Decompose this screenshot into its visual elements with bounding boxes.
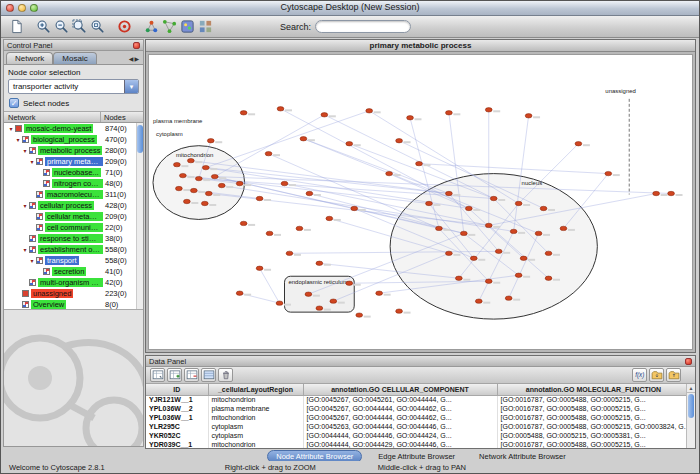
tree-item-cellular-metabo[interactable]: cellular metabo...209(0) (4, 211, 143, 222)
network-node[interactable] (281, 181, 288, 185)
network-node[interactable] (446, 111, 453, 115)
column-header[interactable]: annotation.GO CELLULAR_COMPONENT (303, 384, 497, 395)
network-node[interactable] (485, 108, 492, 112)
network-node[interactable] (296, 226, 303, 230)
network-node[interactable] (207, 139, 214, 143)
tree-item-unassigned[interactable]: unassigned223(0) (4, 288, 143, 299)
network-node[interactable] (495, 249, 502, 253)
network-node[interactable] (426, 201, 433, 205)
network-node[interactable] (575, 142, 582, 146)
tree-item-cell-communica[interactable]: cell communica...22(0) (4, 222, 143, 233)
expand-arrow-icon[interactable]: ▾ (7, 125, 15, 132)
tree-item-nitrogen-compo[interactable]: nitrogen compo...48(0) (4, 178, 143, 189)
network-node[interactable] (256, 196, 263, 200)
network-edge[interactable] (260, 268, 280, 303)
trash-icon[interactable] (218, 368, 233, 382)
network-node[interactable] (218, 183, 225, 187)
network-node[interactable] (376, 291, 383, 295)
control-panel-close-icon[interactable] (133, 42, 140, 49)
export-attributes-icon[interactable] (666, 368, 681, 382)
network-node[interactable] (201, 201, 208, 205)
tree-item-response-to-stimul[interactable]: response to stimul...38(0) (4, 233, 143, 244)
network-edge[interactable] (206, 111, 369, 168)
table-row[interactable]: YJR121W__1mitochondrion[GO:0045267, GO:0… (146, 395, 690, 404)
network-node[interactable] (436, 226, 443, 230)
function-builder-icon[interactable]: f(x) (632, 368, 647, 382)
network-node[interactable] (505, 296, 512, 300)
table-row[interactable]: YKR052Ccytoplasm[GO:0044444, GO:0044446,… (146, 431, 690, 440)
network-node[interactable] (560, 226, 567, 230)
network-node[interactable] (668, 191, 675, 195)
plugins-icon[interactable] (196, 18, 214, 36)
tree-item-overview[interactable]: Overview8(0) (4, 299, 143, 310)
network-node[interactable] (265, 151, 272, 155)
network-node[interactable] (386, 171, 393, 175)
network-node[interactable] (179, 173, 186, 177)
network-node[interactable] (351, 206, 358, 210)
tab-scroll-arrows[interactable]: ◀▶ (129, 55, 143, 64)
network-node[interactable] (236, 291, 243, 295)
network-node[interactable] (316, 306, 323, 310)
layout-icon[interactable] (160, 18, 178, 36)
network-node[interactable] (465, 206, 472, 210)
network-canvas[interactable]: plasma membranecytoplasmmitochondrionnuc… (148, 54, 693, 350)
new-attribute-icon[interactable] (167, 368, 182, 382)
annotation-icon[interactable] (142, 18, 160, 36)
data-panel-close-icon[interactable] (685, 358, 692, 365)
network-edge[interactable] (269, 154, 439, 229)
network-node[interactable] (605, 171, 612, 175)
zoom-fit-icon[interactable] (88, 18, 106, 36)
network-node[interactable] (305, 292, 312, 296)
network-node[interactable] (190, 188, 197, 192)
tree-item-metabolic-process[interactable]: ▾metabolic process280(0) (4, 145, 143, 156)
network-node[interactable] (396, 139, 403, 143)
table-row[interactable]: YPL036W__2plasma membrane[GO:0045267, GO… (146, 404, 690, 413)
node-color-dropdown[interactable]: transporter activity ▼ (8, 79, 139, 94)
network-overview-icon[interactable] (115, 18, 133, 36)
network-node[interactable] (356, 313, 363, 317)
network-node[interactable] (446, 191, 453, 195)
expand-arrow-icon[interactable]: ▾ (14, 136, 22, 143)
tree-item-secretion[interactable]: secretion41(0) (4, 266, 143, 277)
tree-item-transport[interactable]: ▾transport558(0) (4, 255, 143, 266)
network-node[interactable] (195, 176, 202, 180)
network-node[interactable] (240, 221, 247, 225)
network-node[interactable] (174, 162, 181, 166)
network-node[interactable] (205, 191, 212, 195)
tree-item-biological-process[interactable]: ▾biological_process470(0) (4, 134, 143, 145)
new-document-icon[interactable] (7, 18, 25, 36)
table-scrollbar-thumb[interactable] (688, 394, 694, 418)
network-node[interactable] (306, 191, 313, 195)
zoom-selected-icon[interactable] (70, 18, 88, 36)
select-nodes-checkbox[interactable]: ✓ (9, 98, 19, 108)
network-node[interactable] (520, 256, 527, 260)
tree-item-mosaic-demo-yeast[interactable]: ▾mosaic-demo-yeast874(0) (4, 123, 143, 134)
tree-scrollbar[interactable] (136, 123, 143, 309)
network-node[interactable] (316, 261, 323, 265)
network-node[interactable] (277, 107, 284, 111)
tree-column-nodes[interactable]: Nodes (101, 113, 143, 122)
delete-attribute-icon[interactable] (184, 368, 199, 382)
network-node[interactable] (286, 251, 293, 255)
network-node[interactable] (211, 174, 218, 178)
tree-column-network[interactable]: Network (4, 112, 101, 122)
network-edge[interactable] (419, 164, 608, 174)
zoom-out-icon[interactable] (52, 18, 70, 36)
import-attributes-icon[interactable] (649, 368, 664, 382)
expand-arrow-icon[interactable]: ▾ (21, 147, 29, 154)
column-header[interactable]: ID (146, 384, 208, 395)
tree-item-primary-metabo[interactable]: ▾primary metabo...209(0) (4, 156, 143, 167)
network-node[interactable] (416, 161, 423, 165)
column-header[interactable]: annotation.GO MOLECULAR_FUNCTION (497, 384, 690, 395)
table-row[interactable]: YDR039C__1mitochondrion[GO:0044444, GO:0… (146, 440, 690, 448)
column-header[interactable]: _cellularLayoutRegion (208, 384, 303, 395)
zoom-in-icon[interactable] (34, 18, 52, 36)
network-node[interactable] (475, 299, 482, 303)
network-node[interactable] (183, 199, 190, 203)
network-node[interactable] (470, 256, 477, 260)
network-node[interactable] (346, 142, 353, 146)
select-attributes-icon[interactable] (150, 368, 165, 382)
tree-item-macromolecule[interactable]: macromolecule...311(0) (4, 189, 143, 200)
table-row[interactable]: YLR295Ccytoplasm[GO:0045263, GO:0044444,… (146, 422, 690, 431)
select-nodes-row[interactable]: ✓ Select nodes (4, 96, 143, 111)
